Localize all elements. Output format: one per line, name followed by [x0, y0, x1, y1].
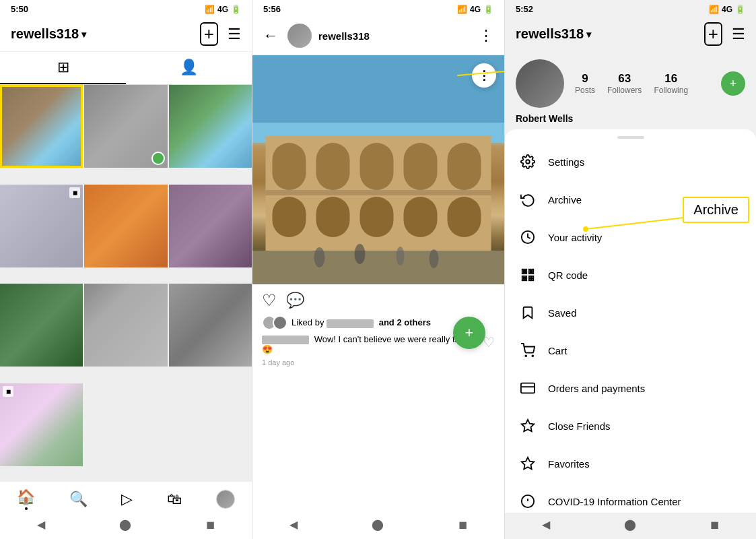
svg-rect-10	[316, 197, 350, 237]
favorites-icon	[518, 454, 537, 473]
sheet-handle	[617, 136, 644, 139]
header-icons-3: + ☰	[704, 22, 745, 46]
archive-label: Archive	[548, 194, 582, 205]
username-label-1: rewells318	[11, 26, 79, 42]
system-nav-2: ◀ ⬤ ◼	[252, 513, 504, 539]
like-button[interactable]: ♡	[262, 291, 277, 310]
profile-section: 9 Posts 63 Followers 16 Following +	[505, 51, 756, 113]
back-btn-2[interactable]: ◀	[289, 518, 298, 531]
avatar-2	[287, 24, 312, 48]
orders-payments-icon	[518, 379, 537, 398]
tab-tagged[interactable]: 👤	[126, 52, 252, 84]
liked-text: Liked by and 2 others	[291, 317, 431, 327]
fab-button-2[interactable]: +	[453, 317, 485, 349]
menu-item-orders-payments[interactable]: Orders and payments	[505, 369, 756, 407]
comment-button[interactable]: 💬	[286, 292, 304, 309]
svg-rect-12	[404, 197, 438, 237]
grid-cell-10[interactable]: ◼	[0, 383, 83, 466]
menu-item-covid[interactable]: COVID-19 Information Center	[505, 482, 756, 513]
svg-rect-7	[448, 143, 481, 190]
svg-rect-30	[524, 271, 526, 273]
back-btn-1[interactable]: ◀	[37, 518, 45, 531]
svg-rect-27	[532, 279, 534, 281]
stat-posts[interactable]: 9 Posts	[575, 72, 595, 95]
cart-label: Cart	[548, 345, 567, 356]
back-button-2[interactable]: ←	[263, 27, 278, 44]
menu-item-saved[interactable]: Saved	[505, 294, 756, 331]
username-area-1[interactable]: rewells318 ▾	[11, 26, 86, 42]
status-bar-1: 5:50 📶 4G 🔋	[0, 0, 252, 17]
menu-button-3[interactable]: ☰	[732, 26, 745, 43]
system-nav-1: ◀ ⬤ ◼	[0, 513, 252, 539]
more-button-header[interactable]: ⋮	[479, 27, 493, 44]
menu-item-settings[interactable]: Settings	[505, 143, 756, 181]
more-dots-button[interactable]: ⋮	[472, 63, 496, 88]
menu-item-qr-code[interactable]: QR code	[505, 256, 756, 294]
liked-avatars	[262, 315, 287, 330]
svg-marker-38	[522, 457, 534, 469]
grid-badge-10: ◼	[3, 386, 13, 397]
grid-cell-7[interactable]	[0, 284, 83, 367]
svg-point-18	[429, 249, 439, 268]
orders-payments-label: Orders and payments	[548, 383, 645, 394]
chevron-icon-1: ▾	[81, 29, 86, 40]
photo-image	[252, 55, 504, 284]
header-1: rewells318 ▾ + ☰	[0, 17, 252, 52]
panel-profile-menu: 5:52 📶 4G 🔋 rewells318 ▾ + ☰ 9 Posts 63 …	[505, 0, 756, 539]
svg-rect-5	[360, 143, 394, 190]
grid-cell-1[interactable]	[0, 85, 83, 168]
username-area-3[interactable]: rewells318 ▾	[516, 26, 591, 42]
qr-code-icon	[518, 265, 537, 284]
nav-profile[interactable]	[216, 490, 235, 509]
grid-cell-6[interactable]	[169, 185, 252, 267]
menu-button-1[interactable]: ☰	[228, 26, 241, 43]
back-btn-3[interactable]: ◀	[542, 518, 550, 531]
add-post-button-3[interactable]: +	[704, 22, 722, 46]
home-btn-3[interactable]: ⬤	[624, 518, 636, 531]
status-icons-3: 📶 4G 🔋	[709, 5, 745, 14]
recents-btn-1[interactable]: ◼	[206, 518, 215, 531]
grid-cell-8[interactable]	[84, 284, 167, 367]
tab-grid[interactable]: ⊞	[0, 52, 126, 84]
menu-item-cart[interactable]: Cart	[505, 331, 756, 369]
home-btn-2[interactable]: ⬤	[372, 518, 384, 531]
status-icons-1: 📶 4G 🔋	[205, 5, 241, 14]
menu-item-your-activity[interactable]: Your activity	[505, 218, 756, 256]
svg-point-33	[525, 355, 526, 356]
svg-point-16	[355, 244, 366, 264]
time-3: 5:52	[516, 4, 533, 14]
nav-home[interactable]: 🏠	[17, 488, 35, 510]
nav-search[interactable]: 🔍	[69, 490, 88, 508]
followers-count: 63	[618, 72, 631, 86]
grid-cell-4[interactable]: ◼	[0, 185, 83, 267]
grid-cell-2[interactable]	[84, 85, 167, 168]
settings-icon	[518, 152, 537, 171]
recents-btn-2[interactable]: ◼	[458, 518, 467, 531]
svg-rect-29	[532, 276, 534, 278]
your-activity-label: Your activity	[548, 232, 602, 243]
photo-timestamp: 1 day ago	[252, 357, 504, 371]
add-post-button-1[interactable]: +	[200, 22, 218, 46]
photo-username[interactable]: rewells318	[318, 30, 370, 42]
stat-followers[interactable]: 63 Followers	[607, 72, 642, 95]
stat-following[interactable]: 16 Following	[654, 72, 688, 95]
grid-cell-3[interactable]	[169, 85, 252, 168]
recents-btn-3[interactable]: ◼	[710, 518, 719, 531]
svg-point-15	[314, 247, 325, 267]
online-badge-2	[151, 152, 165, 165]
grid-cell-9[interactable]	[169, 284, 252, 367]
nav-shop[interactable]: 🛍	[167, 490, 182, 508]
nav-reels[interactable]: ▷	[121, 490, 133, 508]
menu-item-close-friends[interactable]: Close Friends	[505, 407, 756, 445]
green-action-button[interactable]: +	[721, 71, 745, 96]
caption-text: Wow! I can't believe we were really ther…	[262, 334, 483, 354]
menu-item-archive[interactable]: Archive	[505, 181, 756, 218]
menu-item-favorites[interactable]: Favorites	[505, 445, 756, 482]
header-3: rewells318 ▾ + ☰	[505, 17, 756, 51]
grid-cell-5[interactable]	[84, 185, 167, 267]
home-btn-1[interactable]: ⬤	[119, 518, 131, 531]
photo-grid: ◼ ◼	[0, 85, 252, 481]
chevron-icon-3: ▾	[586, 29, 591, 40]
settings-label: Settings	[548, 156, 584, 168]
qr-code-label: QR code	[548, 270, 588, 281]
